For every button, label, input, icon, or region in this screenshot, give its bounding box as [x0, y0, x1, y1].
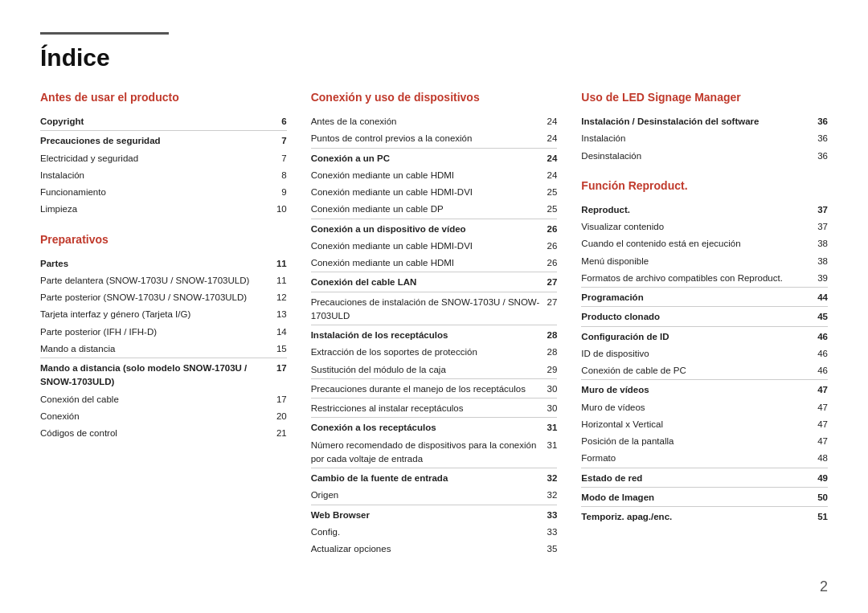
table-row: Conexión mediante un cable DP25 [311, 201, 558, 219]
toc-page: 24 [539, 167, 557, 184]
toc-page: 46 [808, 362, 828, 380]
toc-label: Origen [311, 487, 540, 505]
toc-page: 49 [808, 468, 828, 487]
toc-page: 30 [539, 398, 557, 418]
table-row: Instalación36 [581, 130, 828, 147]
toc-label: Conexión a un dispositivo de vídeo [311, 219, 540, 238]
toc-page: 25 [539, 201, 557, 219]
table-row: Conexión a un PC24 [311, 148, 558, 167]
table-row: Conexión mediante un cable HDMI-DVI25 [311, 184, 558, 201]
table-row: Conexión del cable LAN27 [311, 272, 558, 292]
top-rule [40, 32, 169, 35]
table-row: Limpieza10 [40, 201, 287, 218]
table-row: Parte posterior (SNOW-1703U / SNOW-1703U… [40, 289, 287, 306]
toc-label: Códigos de control [40, 425, 269, 442]
table-row: Muro de vídeos47 [581, 380, 828, 399]
table-row: Códigos de control21 [40, 425, 287, 442]
toc-label: Parte delantera (SNOW-1703U / SNOW-1703U… [40, 272, 269, 289]
toc-label: Precauciones de instalación de SNOW-1703… [311, 292, 540, 325]
table-row: Precauciones de seguridad7 [40, 131, 287, 150]
toc-page: 33 [539, 505, 557, 524]
table-row: Instalación / Desinstalación del softwar… [581, 113, 828, 130]
section-antes: Antes de usar el producto Copyright6Prec… [40, 91, 287, 219]
toc-label: Mando a distancia [40, 341, 269, 358]
toc-page: 26 [539, 219, 557, 238]
toc-page: 12 [269, 289, 287, 306]
toc-label: Cambio de la fuente de entrada [311, 468, 540, 488]
toc-page: 46 [808, 345, 828, 362]
toc-table-antes: Copyright6Precauciones de seguridad7Elec… [40, 113, 287, 219]
table-row: Horizontal x Vertical47 [581, 416, 828, 433]
columns: Antes de usar el producto Copyright6Prec… [40, 91, 828, 572]
table-row: Muro de vídeos47 [581, 399, 828, 416]
table-row: Parte delantera (SNOW-1703U / SNOW-1703U… [40, 272, 287, 289]
toc-label: Formato [581, 450, 808, 468]
toc-page: 30 [539, 378, 557, 398]
toc-label: Conexión mediante un cable HDMI-DVI [311, 238, 540, 255]
toc-table-led: Instalación / Desinstalación del softwar… [581, 113, 828, 165]
toc-label: Temporiz. apag./enc. [581, 507, 808, 526]
toc-label: Sustitución del módulo de la caja [311, 362, 540, 379]
section-title-reproduct: Función Reproduct. [581, 179, 828, 194]
table-row: Antes de la conexión24 [311, 113, 558, 130]
table-row: Partes11 [40, 255, 287, 272]
toc-page: 29 [539, 362, 557, 379]
toc-page: 46 [808, 326, 828, 345]
toc-page: 31 [539, 418, 557, 437]
toc-page: 33 [539, 524, 557, 541]
toc-page: 15 [269, 341, 287, 358]
toc-page: 44 [808, 288, 828, 307]
table-row: Conexión a los receptáculos31 [311, 418, 558, 437]
table-row: Precauciones de instalación de SNOW-1703… [311, 292, 558, 325]
toc-page: 6 [255, 113, 286, 131]
toc-label: Limpieza [40, 201, 255, 218]
table-row: Conexión20 [40, 408, 287, 425]
table-row: Config.33 [311, 524, 558, 541]
toc-page: 47 [808, 399, 828, 416]
section-title-preparativos: Preparativos [40, 233, 287, 247]
toc-page: 11 [269, 255, 287, 272]
table-row: Restricciones al instalar receptáculos30 [311, 398, 558, 418]
toc-label: Programación [581, 288, 808, 307]
table-row: Tarjeta interfaz y género (Tarjeta I/G)1… [40, 306, 287, 323]
toc-page: 13 [269, 306, 287, 323]
table-row: Número recomendado de dispositivos para … [311, 437, 558, 468]
toc-label: Cuando el contenido está en ejecución [581, 235, 808, 252]
toc-label: Muro de vídeos [581, 399, 808, 416]
toc-page: 9 [255, 184, 286, 201]
toc-page: 17 [269, 391, 287, 408]
toc-page: 47 [808, 433, 828, 450]
toc-page: 48 [808, 450, 828, 468]
table-row: Programación44 [581, 288, 828, 307]
toc-label: Mando a distancia (solo modelo SNOW-1703… [40, 358, 269, 391]
toc-label: Instalación de los receptáculos [311, 325, 540, 345]
section-title-antes: Antes de usar el producto [40, 91, 287, 105]
toc-page: 8 [255, 167, 286, 184]
toc-label: Conexión mediante un cable HDMI-DVI [311, 184, 540, 201]
table-row: Menú disponible38 [581, 253, 828, 270]
toc-page: 36 [805, 148, 828, 165]
toc-page: 35 [539, 541, 557, 558]
toc-page: 47 [808, 416, 828, 433]
toc-page: 36 [805, 113, 828, 130]
table-row: Instalación8 [40, 167, 287, 184]
page-title: Índice [40, 44, 828, 72]
toc-label: Configuración de ID [581, 326, 808, 345]
toc-label: Instalación [581, 130, 805, 147]
toc-label: Instalación [40, 167, 255, 184]
toc-label: Conexión del cable [40, 391, 269, 408]
toc-label: Visualizar contenido [581, 219, 808, 235]
toc-label: Muro de vídeos [581, 380, 808, 399]
toc-label: Instalación / Desinstalación del softwar… [581, 113, 805, 130]
table-row: Conexión mediante un cable HDMI-DVI26 [311, 238, 558, 255]
toc-page: 24 [539, 130, 557, 148]
table-row: Conexión de cable de PC46 [581, 362, 828, 380]
table-row: Cambio de la fuente de entrada32 [311, 468, 558, 488]
col-conexion: Conexión y uso de dispositivos Antes de … [311, 91, 582, 572]
toc-label: Conexión [40, 408, 269, 425]
table-row: Formato48 [581, 450, 828, 468]
toc-label: Antes de la conexión [311, 113, 540, 130]
col-led: Uso de LED Signage Manager Instalación /… [581, 91, 828, 572]
table-row: Instalación de los receptáculos28 [311, 325, 558, 345]
toc-label: Menú disponible [581, 253, 808, 270]
